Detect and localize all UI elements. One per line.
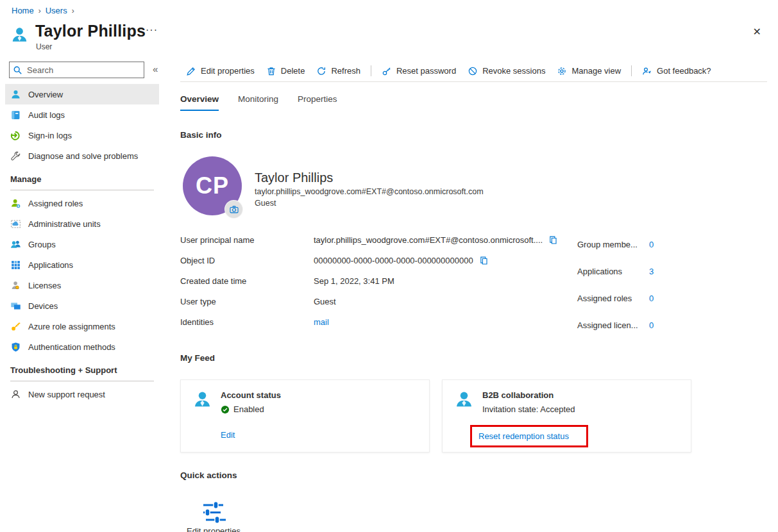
copy-icon[interactable] <box>479 256 489 265</box>
object-id-row: Object ID 00000000-0000-0000-0000-000000… <box>180 254 489 267</box>
basic-info-heading: Basic info <box>180 130 222 140</box>
sidebar-item-diagnose[interactable]: Diagnose and solve problems <box>5 145 159 166</box>
camera-icon <box>229 204 239 215</box>
identities-mail-link[interactable]: mail <box>314 317 329 327</box>
created-value: Sep 1, 2022, 3:41 PM <box>314 276 394 286</box>
sidebar-item-label: Applications <box>28 260 73 270</box>
my-feed-heading: My Feed <box>180 353 215 363</box>
upn-row: User principal name taylor.phillips_wood… <box>180 233 558 246</box>
feedback-icon <box>642 66 652 76</box>
manage-view-button[interactable]: Manage view <box>551 61 627 81</box>
manage-view-label: Manage view <box>571 66 621 76</box>
person-icon <box>192 390 212 411</box>
sidebar-item-sign-in-logs[interactable]: Sign-in logs <box>5 125 159 145</box>
sidebar-item-overview[interactable]: Overview <box>5 84 159 104</box>
tab-bar: Overview Monitoring Properties <box>180 94 337 111</box>
created-row: Created date time Sep 1, 2022, 3:41 PM <box>180 274 394 287</box>
toolbar-separator <box>631 65 632 76</box>
sidebar-section-support: Troubleshooting + Support <box>5 357 159 381</box>
shield-lock-icon <box>10 342 21 353</box>
b2b-collaboration-card: B2B collaboration Invitation state: Acce… <box>442 379 691 453</box>
breadcrumb-home-link[interactable]: Home <box>12 6 34 15</box>
key-outline-icon <box>382 66 392 76</box>
refresh-icon <box>316 66 326 76</box>
created-label: Created date time <box>180 276 314 286</box>
edit-properties-button[interactable]: Edit properties <box>180 61 260 81</box>
user-avatar-icon <box>10 26 29 44</box>
search-icon <box>13 65 22 75</box>
sidebar-item-label: Audit logs <box>28 110 65 120</box>
applications-row: Applications 3 <box>577 265 654 278</box>
sign-in-logs-icon <box>10 130 21 141</box>
reset-password-button[interactable]: Reset password <box>376 61 462 81</box>
upn-label: User principal name <box>180 235 314 245</box>
user-type-value: Guest <box>314 297 336 306</box>
sidebar-item-devices[interactable]: Devices <box>5 295 159 316</box>
edit-account-status-link[interactable]: Edit <box>221 430 235 440</box>
sidebar-item-administrative-units[interactable]: Administrative units <box>5 213 159 234</box>
sliders-icon[interactable] <box>201 501 226 526</box>
sidebar-item-authentication-methods[interactable]: Authentication methods <box>5 337 159 357</box>
stat-label: Applications <box>577 267 649 276</box>
assigned-licenses-count-link[interactable]: 0 <box>649 320 654 330</box>
tab-properties[interactable]: Properties <box>298 94 337 111</box>
identities-row: Identities mail <box>180 315 329 328</box>
sidebar-section-manage: Manage <box>5 166 159 190</box>
tab-monitoring[interactable]: Monitoring <box>238 94 278 111</box>
assigned-roles-icon <box>10 198 21 209</box>
applications-count-link[interactable]: 3 <box>649 267 654 276</box>
wrench-icon <box>10 151 21 162</box>
section-title: Troubleshooting + Support <box>10 365 154 381</box>
sidebar-item-label: Licenses <box>28 281 61 290</box>
check-circle-icon <box>221 405 230 414</box>
quick-action-edit-properties[interactable]: Edit properties <box>180 526 247 532</box>
got-feedback-button[interactable]: Got feedback? <box>636 61 717 81</box>
stat-label: Assigned roles <box>577 294 649 303</box>
sidebar-item-label: Azure role assignments <box>28 322 115 331</box>
revoke-sessions-label: Revoke sessions <box>482 66 545 76</box>
person-icon <box>10 89 21 100</box>
assigned-roles-count-link[interactable]: 0 <box>649 294 654 303</box>
more-options-button[interactable]: ··· <box>146 24 158 36</box>
user-display-name: Taylor Phillips <box>255 170 333 185</box>
refresh-button[interactable]: Refresh <box>310 61 366 81</box>
audit-logs-icon <box>10 110 21 121</box>
copy-icon[interactable] <box>548 235 558 245</box>
user-overview-page: Home›Users› Taylor Phillips ··· User ✕ «… <box>0 0 778 532</box>
sidebar-item-groups[interactable]: Groups <box>5 234 159 254</box>
page-title: Taylor Phillips <box>35 22 146 40</box>
upn-value: taylor.phillips_woodgrove.com#EXT#@conto… <box>314 235 543 245</box>
trash-icon <box>266 66 276 76</box>
sidebar-item-applications[interactable]: Applications <box>5 254 159 275</box>
sidebar-item-azure-role-assignments[interactable]: Azure role assignments <box>5 316 159 337</box>
account-status-value: Enabled <box>221 404 264 414</box>
sidebar-item-new-support-request[interactable]: New support request <box>5 384 159 404</box>
group-memberships-count-link[interactable]: 0 <box>649 240 654 249</box>
user-type-row: User type Guest <box>180 295 336 308</box>
sidebar-nav: Overview Audit logs Sign-in logs Diagnos… <box>5 84 159 404</box>
reset-redemption-status-link[interactable]: Reset redemption status <box>478 431 569 441</box>
quick-actions-heading: Quick actions <box>180 470 237 480</box>
sidebar-item-licenses[interactable]: Licenses <box>5 275 159 295</box>
tab-overview[interactable]: Overview <box>180 94 219 111</box>
collapse-sidebar-button[interactable]: « <box>153 63 158 74</box>
close-icon[interactable]: ✕ <box>753 26 761 38</box>
highlight-annotation-box: Reset redemption status <box>470 425 588 447</box>
change-photo-button[interactable] <box>225 201 242 218</box>
applications-icon <box>10 260 21 270</box>
search-input[interactable] <box>26 65 140 76</box>
card-title: Account status <box>221 390 281 400</box>
revoke-sessions-button[interactable]: Revoke sessions <box>462 61 551 81</box>
reset-password-label: Reset password <box>396 66 456 76</box>
administrative-units-icon <box>10 219 21 229</box>
refresh-label: Refresh <box>331 66 360 76</box>
sidebar-item-label: New support request <box>28 390 105 399</box>
breadcrumb-users-link[interactable]: Users <box>46 6 67 15</box>
sidebar-item-label: Devices <box>28 301 58 311</box>
sidebar-item-audit-logs[interactable]: Audit logs <box>5 104 159 125</box>
delete-button[interactable]: Delete <box>260 61 311 81</box>
delete-label: Delete <box>281 66 305 76</box>
sidebar-item-assigned-roles[interactable]: Assigned roles <box>5 193 159 213</box>
user-type-badge: Guest <box>255 199 276 208</box>
gear-icon <box>557 66 567 76</box>
